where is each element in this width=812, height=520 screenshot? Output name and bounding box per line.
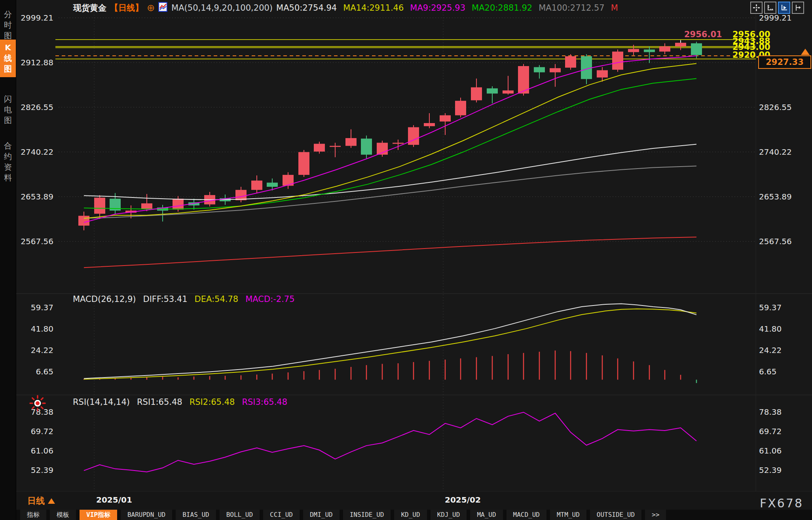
axis-ticks-icon[interactable]	[764, 2, 776, 14]
main-chart-canvas[interactable]	[0, 0, 812, 492]
timeframe-selector[interactable]: 日线	[27, 495, 55, 507]
ma-settings-label[interactable]: MA(50,14,9,20,100,200)	[171, 3, 273, 13]
macd-title[interactable]: MACD(26,12,9)	[73, 294, 136, 304]
sidebar-item-2[interactable]: K线图	[0, 40, 16, 77]
macd-header: MACD(26,12,9) DIFF:53.41 DEA:54.78 MACD:…	[73, 294, 295, 304]
ma-value-2: MA14:2911.46	[343, 3, 404, 13]
indicator-tab-macd_ud[interactable]: MACD_UD	[507, 510, 546, 520]
indicator-tab-barupdn_ud[interactable]: BARUPDN_UD	[121, 510, 172, 520]
indicator-tab-ma_ud[interactable]: MA_UD	[470, 510, 503, 520]
ma-value-6: M	[611, 3, 618, 13]
rsi1-value: RSI1:65.48	[137, 397, 182, 407]
compare-icon[interactable]: ⊕	[147, 4, 155, 12]
indicator-tab-dmi_ud[interactable]: DMI_UD	[303, 510, 340, 520]
macd-value: MACD:-2.75	[245, 294, 294, 304]
indicator-tab-bar: 指标模板VIP指标BARUPDN_UDBIAS_UDBOLL_UDCCI_UDD…	[16, 510, 812, 520]
date-label: 2025/02	[445, 495, 481, 505]
indicator-tab-[interactable]: >>	[645, 510, 666, 520]
time-axis-row: 日线 2025/012025/02	[16, 492, 812, 510]
macd-diff-value: DIFF:53.41	[143, 294, 188, 304]
grid-crosshair-icon[interactable]	[750, 2, 763, 14]
indicator-tab-kdj_ud[interactable]: KDJ_UD	[431, 510, 467, 520]
brand-watermark: FX678	[760, 496, 803, 510]
indicator-tab-vip[interactable]: VIP指标	[80, 510, 117, 520]
sidebar-item-1[interactable]: 分时图	[0, 6, 16, 44]
sidebar: 分时图K线图闪电图合约资料	[0, 0, 16, 520]
indicator-tab-inside_ud[interactable]: INSIDE_UD	[343, 510, 391, 520]
date-label: 2025/01	[96, 495, 132, 505]
period-label[interactable]: 【日线】	[110, 2, 143, 13]
symbol-title: 现货黄金	[73, 2, 106, 13]
mini-chart-icon[interactable]	[158, 2, 168, 14]
timeframe-arrow-icon	[48, 498, 55, 504]
ma-value-5: MA100:2712.57	[539, 3, 604, 13]
indicator-tab-boll_ud[interactable]: BOLL_UD	[220, 510, 260, 520]
indicator-tab-[interactable]: 模板	[50, 510, 76, 520]
indicator-tab-[interactable]: 指标	[20, 510, 46, 520]
rsi-header: RSI(14,14,14) RSI1:65.48 RSI2:65.48 RSI3…	[73, 397, 287, 407]
ma-values: MA50:2754.94MA14:2911.46MA9:2925.93MA20:…	[276, 3, 618, 13]
indicator-tab-kd_ud[interactable]: KD_UD	[394, 510, 427, 520]
sidebar-item-3[interactable]: 闪电图	[0, 91, 16, 129]
indicator-tab-bias_ud[interactable]: BIAS_UD	[176, 510, 216, 520]
trading-app: 分时图K线图闪电图合约资料 现货黄金 【日线】 ⊕ MA(50,14,9,20,…	[0, 0, 812, 520]
price-up-arrow-icon	[801, 49, 810, 55]
last-price-box[interactable]: 2927.33	[758, 55, 811, 69]
indicator-tab-mtm_ud[interactable]: MTM_UD	[550, 510, 586, 520]
indicator-tab-cci_ud[interactable]: CCI_UD	[263, 510, 300, 520]
chart-toolbar	[750, 2, 804, 14]
auto-play-icon[interactable]	[778, 2, 790, 14]
rsi2-value: RSI2:65.48	[190, 397, 235, 407]
chart-header: 现货黄金 【日线】 ⊕ MA(50,14,9,20,100,200) MA50:…	[73, 2, 618, 14]
alert-sun-icon[interactable]	[29, 395, 46, 413]
rsi3-value: RSI3:65.48	[242, 397, 287, 407]
sidebar-item-4[interactable]: 合约资料	[0, 138, 16, 186]
ma-value-1: MA50:2754.94	[276, 3, 337, 13]
timeframe-label: 日线	[27, 495, 45, 507]
ma-value-4: MA20:2881.92	[472, 3, 532, 13]
ma-value-3: MA9:2925.93	[410, 3, 465, 13]
macd-dea-value: DEA:54.78	[195, 294, 239, 304]
rsi-title[interactable]: RSI(14,14,14)	[73, 397, 130, 407]
indicator-tab-outside_ud[interactable]: OUTSIDE_UD	[590, 510, 641, 520]
shift-axis-icon[interactable]	[792, 2, 804, 14]
